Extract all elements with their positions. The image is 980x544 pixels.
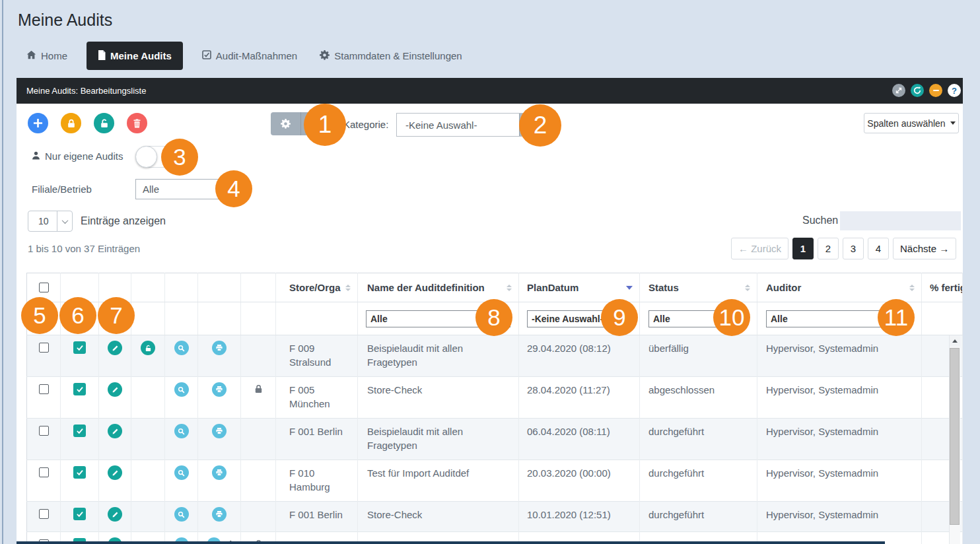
row-select-checkbox[interactable] — [39, 384, 49, 394]
store-cell: F 001 Berlin — [276, 419, 358, 460]
print-icon[interactable] — [212, 465, 227, 480]
pagination-page-1[interactable]: 1 — [792, 238, 814, 259]
callout-7: 7 — [98, 297, 135, 334]
filiale-select[interactable]: Alle — [135, 179, 220, 199]
print-icon[interactable] — [212, 341, 227, 355]
home-icon — [26, 50, 36, 61]
callout-8: 8 — [475, 299, 512, 336]
nav-item-home[interactable]: Home — [26, 42, 79, 70]
edit-icon[interactable] — [108, 341, 122, 355]
view-icon[interactable] — [174, 424, 189, 438]
bottom-edge-strip — [17, 541, 885, 544]
auditor-cell: Hypervisor, Systemadmin — [757, 419, 922, 460]
choose-columns-button[interactable]: Spalten auswählen — [864, 113, 959, 133]
unlock-icon[interactable] — [141, 341, 155, 355]
checked-box-icon — [202, 50, 211, 61]
gear-icon[interactable] — [271, 112, 301, 135]
status-cell: überfällig — [640, 335, 757, 377]
page-size-value: 10 — [28, 211, 57, 231]
print-icon[interactable] — [212, 382, 227, 397]
view-icon[interactable] — [174, 507, 189, 522]
sort-icon — [909, 285, 915, 291]
pagination-page-4[interactable]: 4 — [868, 238, 889, 259]
store-cell: F 001 Berlin — [276, 502, 358, 532]
print-icon[interactable] — [212, 507, 227, 522]
refresh-icon[interactable] — [911, 84, 924, 97]
own-audits-row: Nur eigene Audits — [32, 151, 123, 162]
table-row: F 001 Berlin Store-Check 10.01.2020 (12:… — [27, 502, 963, 532]
table-header-row: Store/Orga Name der Auditdefinition Plan… — [27, 273, 963, 302]
pagination-prev-button[interactable]: ← Zurück — [731, 238, 788, 259]
checked-checkbox-icon[interactable] — [73, 341, 86, 354]
plandatum-cell: 20.03.2020 (00:00) — [519, 460, 640, 502]
edit-icon[interactable] — [108, 465, 122, 480]
edit-icon[interactable] — [108, 507, 122, 522]
entries-info-text: 1 bis 10 von 37 Einträgen — [28, 243, 140, 254]
status-cell: abgeschlossen — [640, 377, 757, 419]
fullscreen-icon[interactable] — [892, 84, 905, 97]
panel-header-bar: Meine Audits: Bearbeitungsliste ? — [17, 78, 963, 104]
view-icon[interactable] — [174, 465, 189, 480]
header-percent[interactable]: % fertig — [922, 273, 963, 302]
collapse-icon[interactable] — [929, 84, 942, 97]
header-auditor[interactable]: Auditor — [757, 273, 922, 302]
print-icon[interactable] — [212, 424, 227, 438]
plandatum-cell: 29.04.2020 (08:12) — [519, 335, 640, 377]
minus-icon — [933, 90, 939, 92]
status-cell: durchgeführt — [640, 419, 757, 460]
checked-checkbox-icon[interactable] — [73, 383, 86, 395]
edit-icon[interactable] — [108, 382, 122, 397]
checked-checkbox-icon[interactable] — [73, 508, 86, 520]
nav-item-audit-massnahmen[interactable]: Audit-Maßnahmen — [191, 42, 308, 70]
header-plandatum[interactable]: PlanDatum — [519, 273, 640, 302]
row-select-checkbox[interactable] — [39, 426, 49, 436]
store-cell: F 005 München — [276, 377, 358, 419]
pagination-page-2[interactable]: 2 — [818, 238, 839, 259]
left-accent-line — [2, 0, 3, 544]
kategorie-select[interactable]: -Keine Auswahl- — [396, 113, 538, 137]
plandatum-cell: 06.04.2020 (08:11) — [519, 419, 640, 460]
search-input[interactable] — [840, 211, 961, 230]
table-row: F 010 Hamburg Test für Import Auditdef 2… — [27, 460, 963, 502]
pagination-page-3[interactable]: 3 — [843, 238, 864, 259]
callout-3: 3 — [161, 139, 198, 176]
header-store[interactable]: Store/Orga — [276, 273, 358, 302]
view-icon[interactable] — [174, 382, 189, 397]
row-select-checkbox[interactable] — [39, 467, 49, 477]
nav-item-meine-audits[interactable]: Meine Audits — [87, 42, 183, 70]
checked-checkbox-icon[interactable] — [73, 466, 86, 479]
delete-button[interactable] — [127, 113, 147, 133]
unlock-button[interactable] — [94, 113, 114, 133]
kategorie-value: -Keine Auswahl- — [397, 119, 519, 131]
lock-button[interactable] — [61, 113, 81, 133]
header-status[interactable]: Status — [640, 273, 757, 302]
callout-11: 11 — [878, 299, 915, 336]
audit-name-cell: Beispielaudit mit allen Fragetypen — [358, 419, 519, 460]
nav-item-stammdaten[interactable]: Stammdaten & Einstellungen — [308, 42, 473, 70]
scroll-up-button[interactable] — [950, 335, 960, 347]
scrollbar-thumb[interactable] — [950, 348, 960, 525]
sort-icon — [345, 285, 351, 291]
add-button[interactable] — [28, 113, 48, 133]
sort-icon — [507, 285, 512, 291]
row-select-checkbox[interactable] — [39, 509, 49, 519]
toggle-thumb[interactable] — [135, 146, 157, 168]
view-icon[interactable] — [174, 341, 189, 355]
help-icon[interactable]: ? — [948, 84, 961, 97]
edit-icon[interactable] — [108, 424, 122, 438]
nav-item-label: Home — [41, 50, 67, 61]
pagination-next-button[interactable]: Nächste → — [893, 238, 956, 259]
row-select-checkbox[interactable] — [39, 343, 49, 353]
checked-checkbox-icon[interactable] — [73, 425, 86, 437]
gear-icon — [320, 50, 330, 62]
audit-name-cell: Store-Check — [358, 377, 519, 419]
person-icon — [32, 151, 40, 162]
page-size-select[interactable]: 10 — [28, 211, 73, 232]
columns-button-label: Spalten auswählen — [867, 118, 945, 129]
chevron-down-icon — [57, 211, 72, 231]
callout-10: 10 — [713, 299, 750, 336]
status-cell: durchgeführt — [640, 502, 757, 532]
select-all-checkbox[interactable] — [39, 283, 49, 292]
filter-auditor-input[interactable] — [766, 310, 889, 327]
header-name[interactable]: Name der Auditdefinition — [358, 273, 519, 302]
